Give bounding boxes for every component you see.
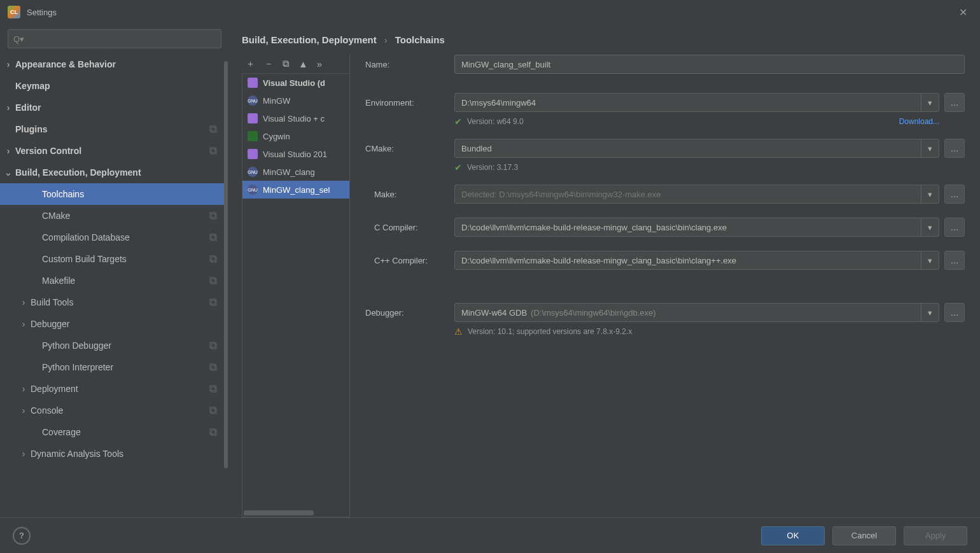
tree-appearance[interactable]: ›Appearance & Behavior [0,53,225,75]
toolchain-item[interactable]: Visual Studio + c [242,109,349,127]
name-input[interactable]: MinGW_clang_self_built [454,55,965,74]
environment-combo[interactable]: D:\msys64\mingw64▾ [454,93,939,112]
chevron-down-icon: ▾ [921,304,939,321]
cxx-combo[interactable]: D:\code\llvm\llvm\cmake-build-release-mi… [454,251,939,270]
environment-browse-button[interactable]: … [944,93,965,112]
cmake-combo[interactable]: Bundled▾ [454,139,939,158]
settings-tree[interactable]: ›Appearance & Behavior Keymap ›Editor Pl… [0,53,229,517]
chevron-down-icon: ▾ [921,94,939,111]
toolchain-item[interactable]: Cygwin [242,127,349,145]
chevron-right-icon: › [4,146,13,156]
chevron-down-icon: ▾ [921,139,939,157]
add-button[interactable]: ＋ [246,58,255,70]
cmake-browse-button[interactable]: … [944,139,965,158]
ok-button[interactable]: OK [761,526,825,545]
copy-button[interactable]: ⧉ [283,58,290,69]
tree-build[interactable]: ⌄Build, Execution, Deployment [0,162,225,183]
svg-rect-15 [211,344,216,349]
cancel-button[interactable]: Cancel [832,526,896,545]
cc-combo[interactable]: D:\code\llvm\llvm\cmake-build-release-mi… [454,218,939,237]
tree-custom-targets[interactable]: Custom Build Targets [0,248,225,270]
tree-deployment[interactable]: ›Deployment [0,378,225,400]
remove-button[interactable]: － [264,58,274,70]
make-combo[interactable]: Detected: D:\msys64\mingw64\bin\mingw32-… [454,185,939,204]
gnu-icon: GNU [248,167,258,177]
tree-py-interpreter[interactable]: Python Interpreter [0,356,225,378]
content-area: Build, Execution, Deployment › Toolchain… [229,24,980,517]
svg-rect-9 [211,257,216,262]
check-icon: ✔ [454,162,462,172]
tree-editor[interactable]: ›Editor [0,97,225,118]
search-input[interactable]: Q▾ [8,29,221,48]
toolchain-item[interactable]: Visual Studio (d [242,74,349,92]
tree-compdb[interactable]: Compilation Database [0,227,225,248]
cmake-status: Version: 3.17.3 [467,163,518,172]
svg-rect-0 [210,126,215,131]
copy-icon [209,146,218,155]
svg-rect-4 [210,213,215,218]
toolchain-form: Name: MinGW_clang_self_built Environment… [349,54,980,517]
vs-icon [248,149,258,159]
vs-icon [248,78,258,88]
tree-version-control[interactable]: ›Version Control [0,140,225,162]
chevron-right-icon: › [19,405,28,416]
copy-icon [209,384,218,393]
debugger-browse-button[interactable]: … [944,303,965,322]
tree-build-tools[interactable]: ›Build Tools [0,291,225,313]
svg-rect-3 [211,149,216,154]
copy-icon [209,298,218,307]
more-button[interactable]: » [317,59,322,69]
window-title: Settings [27,8,57,17]
chevron-right-icon: › [19,384,28,394]
tree-plugins[interactable]: Plugins [0,118,225,140]
debugger-combo[interactable]: MinGW-w64 GDB (D:\msys64\mingw64\bin\gdb… [454,303,939,322]
check-icon: ✔ [454,116,462,127]
toolchain-item[interactable]: Visual Studio 201 [242,145,349,163]
app-icon: CL [8,6,20,18]
chevron-right-icon: › [19,319,28,329]
toolchain-item[interactable]: GNUMinGW [242,92,349,109]
warning-icon: ⚠ [454,326,463,337]
tree-toolchains[interactable]: Toolchains [0,183,225,205]
make-label: Make: [365,190,454,199]
tree-cmake[interactable]: CMake [0,205,225,227]
svg-rect-8 [210,256,215,261]
debugger-label: Debugger: [365,308,454,318]
move-up-button[interactable]: ▲ [298,59,308,69]
breadcrumb-sep-icon: › [384,34,388,45]
toolchain-list[interactable]: Visual Studio (d GNUMinGW Visual Studio … [242,73,350,517]
svg-rect-10 [210,277,215,283]
name-label: Name: [365,60,454,69]
breadcrumb-a[interactable]: Build, Execution, Deployment [242,34,377,45]
make-browse-button[interactable]: … [944,185,965,204]
tree-console[interactable]: ›Console [0,400,225,421]
cc-browse-button[interactable]: … [944,218,965,237]
copy-icon [209,428,218,437]
environment-label: Environment: [365,98,454,108]
copy-icon [209,211,218,220]
chevron-down-icon: ▾ [921,251,939,269]
toolchain-item[interactable]: GNUMinGW_clang [242,163,349,181]
toolchain-item[interactable]: GNUMinGW_clang_sel [242,181,349,199]
cygwin-icon [248,131,258,141]
cxx-browse-button[interactable]: … [944,251,965,270]
debugger-status: Version: 10.1; supported versions are 7.… [468,327,632,336]
tree-makefile[interactable]: Makefile [0,270,225,291]
apply-button[interactable]: Apply [904,526,967,545]
tree-py-debugger[interactable]: Python Debugger [0,335,225,356]
tree-debugger[interactable]: ›Debugger [0,313,225,335]
help-button[interactable]: ? [13,527,31,545]
tree-dyn-tools[interactable]: ›Dynamic Analysis Tools [0,443,225,465]
sidebar-scrollbar[interactable] [224,61,228,468]
svg-rect-1 [211,127,216,132]
horizontal-scrollbar[interactable] [244,510,314,515]
svg-rect-14 [210,342,215,347]
chevron-right-icon: › [4,102,13,113]
titlebar: CL Settings ✕ [0,0,980,24]
download-link[interactable]: Download... [899,117,939,126]
chevron-down-icon: ▾ [921,218,939,236]
tree-keymap[interactable]: Keymap [0,75,225,97]
svg-rect-16 [210,364,215,369]
tree-coverage[interactable]: Coverage [0,421,225,443]
close-button[interactable]: ✕ [954,4,972,21]
